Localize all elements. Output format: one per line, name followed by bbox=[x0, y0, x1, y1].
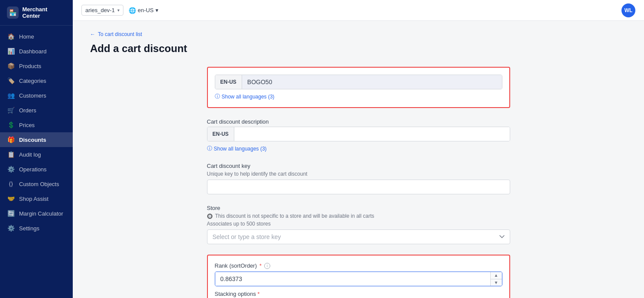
stacking-label: Stacking options * bbox=[215, 291, 502, 297]
settings-icon: ⚙️ bbox=[7, 225, 15, 232]
sidebar-item-home[interactable]: 🏠 Home bbox=[0, 29, 73, 44]
sidebar-item-prices[interactable]: 💲 Prices bbox=[0, 118, 73, 132]
sidebar-item-label-products: Products bbox=[19, 63, 41, 69]
name-input-row: EN-US bbox=[215, 75, 502, 89]
store-section: Store This discount is not specific to a… bbox=[207, 205, 510, 244]
rank-increment-button[interactable]: ▲ bbox=[491, 272, 502, 279]
key-label: Cart discount key bbox=[207, 163, 510, 169]
globe-icon: 🌐 bbox=[129, 7, 136, 14]
description-section: Cart discount description EN-US ⓘ Show a… bbox=[207, 118, 510, 152]
content-area: ← To cart discount list Add a cart disco… bbox=[73, 21, 644, 298]
rank-spinners: ▲ ▼ bbox=[490, 272, 502, 286]
rank-label-row: Rank (sortOrder) * i bbox=[215, 262, 502, 269]
sidebar-item-label-customers: Customers bbox=[19, 92, 46, 99]
sidebar-item-label-operations: Operations bbox=[19, 166, 47, 173]
sidebar-item-label-home: Home bbox=[19, 33, 34, 40]
sidebar-item-orders[interactable]: 🛒 Orders bbox=[0, 103, 73, 118]
sidebar-item-label-shop-assist: Shop Assist bbox=[19, 196, 49, 202]
locale-label: en-US bbox=[138, 7, 154, 13]
rank-label: Rank (sortOrder) bbox=[215, 262, 257, 269]
sidebar-item-margin-calculator[interactable]: 🔄 Margin Calculator bbox=[0, 206, 73, 221]
sidebar-item-dashboard[interactable]: 📊 Dashboard bbox=[0, 44, 73, 59]
rank-info-icon[interactable]: i bbox=[264, 263, 270, 269]
products-icon: 📦 bbox=[7, 62, 15, 69]
discounts-icon: 🎁 bbox=[7, 136, 15, 143]
show-languages-button[interactable]: ⓘ Show all languages (3) bbox=[215, 93, 502, 100]
show-languages-icon: ⓘ bbox=[215, 93, 220, 100]
description-show-languages-button[interactable]: ⓘ Show all languages (3) bbox=[207, 145, 510, 152]
env-label: aries_dev-1 bbox=[85, 7, 115, 13]
sidebar-item-customers[interactable]: 👥 Customers bbox=[0, 88, 73, 103]
name-section: EN-US ⓘ Show all languages (3) bbox=[207, 67, 510, 108]
sidebar-item-settings[interactable]: ⚙️ Settings bbox=[0, 221, 73, 236]
avatar-initials: WL bbox=[625, 7, 633, 13]
sidebar-item-label-categories: Categories bbox=[19, 78, 46, 84]
name-lang-badge: EN-US bbox=[215, 75, 242, 89]
margin-calculator-icon: 🔄 bbox=[7, 210, 15, 217]
sidebar-nav: 🏠 Home 📊 Dashboard 📦 Products 🏷️ Categor… bbox=[0, 26, 73, 298]
dashboard-icon: 📊 bbox=[7, 48, 15, 55]
sidebar-item-label-orders: Orders bbox=[19, 107, 36, 114]
locale-chevron-icon: ▾ bbox=[155, 7, 159, 13]
breadcrumb-label: To cart discount list bbox=[98, 31, 142, 37]
audit-log-icon: 📋 bbox=[7, 151, 15, 158]
sidebar-item-operations[interactable]: ⚙️ Operations bbox=[0, 162, 73, 177]
breadcrumb-arrow-icon: ← bbox=[90, 31, 95, 37]
description-lang-badge: EN-US bbox=[207, 127, 234, 141]
topbar: aries_dev-1 ▾ 🌐 en-US ▾ WL bbox=[73, 0, 644, 21]
sidebar-item-shop-assist[interactable]: 🤝 Shop Assist bbox=[0, 191, 73, 206]
sidebar-item-label-custom-objects: Custom Objects bbox=[19, 181, 59, 187]
rank-required-marker: * bbox=[259, 262, 262, 269]
key-input[interactable] bbox=[207, 180, 510, 194]
rank-input[interactable] bbox=[215, 272, 490, 286]
locale-selector[interactable]: 🌐 en-US ▾ bbox=[129, 7, 159, 14]
categories-icon: 🏷️ bbox=[7, 77, 15, 84]
key-hint: Unique key to help identify the cart dis… bbox=[207, 171, 510, 177]
store-associates-text: Associates up to 500 stores bbox=[207, 221, 510, 227]
description-input-row: EN-US bbox=[207, 127, 510, 141]
store-label: Store bbox=[207, 205, 510, 211]
sidebar-item-label-dashboard: Dashboard bbox=[19, 48, 47, 55]
prices-icon: 💲 bbox=[7, 121, 15, 128]
sidebar: 🏪 Merchant Center 🏠 Home 📊 Dashboard 📦 P… bbox=[0, 0, 73, 298]
sidebar-item-discounts[interactable]: 🎁 Discounts bbox=[0, 132, 73, 147]
sidebar-item-categories[interactable]: 🏷️ Categories bbox=[0, 73, 73, 88]
sidebar-item-label-margin-calculator: Margin Calculator bbox=[19, 210, 63, 217]
sidebar-item-label-discounts: Discounts bbox=[19, 137, 46, 143]
store-select[interactable]: Select or type a store key bbox=[207, 229, 510, 244]
stacking-required-marker: * bbox=[258, 291, 260, 297]
app-name: Merchant Center bbox=[22, 6, 66, 19]
name-input[interactable] bbox=[242, 75, 502, 89]
sidebar-item-audit-log[interactable]: 📋 Audit log bbox=[0, 147, 73, 162]
sidebar-item-label-settings: Settings bbox=[19, 225, 39, 232]
key-section: Cart discount key Unique key to help ide… bbox=[207, 163, 510, 194]
sidebar-item-custom-objects[interactable]: ⟨⟩ Custom Objects bbox=[0, 177, 73, 191]
env-chevron-icon: ▾ bbox=[117, 8, 120, 13]
page-title: Add a cart discount bbox=[90, 43, 627, 55]
customers-icon: 👥 bbox=[7, 92, 15, 99]
show-languages-label: Show all languages (3) bbox=[222, 94, 275, 100]
logo-icon: 🏪 bbox=[7, 7, 19, 19]
user-avatar[interactable]: WL bbox=[621, 3, 635, 17]
sidebar-item-label-audit-log: Audit log bbox=[19, 151, 41, 158]
description-input[interactable] bbox=[234, 127, 510, 141]
store-all-radio[interactable] bbox=[207, 213, 213, 219]
app-logo[interactable]: 🏪 Merchant Center bbox=[0, 0, 73, 26]
form-container: EN-US ⓘ Show all languages (3) Cart disc… bbox=[207, 67, 510, 298]
rank-section: Rank (sortOrder) * i ▲ ▼ Stacking option… bbox=[207, 255, 510, 298]
rank-input-row: ▲ ▼ bbox=[215, 272, 502, 286]
store-radio-row: This discount is not specific to a store… bbox=[207, 213, 510, 219]
operations-icon: ⚙️ bbox=[7, 166, 15, 173]
environment-selector[interactable]: aries_dev-1 ▾ bbox=[81, 5, 123, 16]
description-show-languages-icon: ⓘ bbox=[207, 145, 212, 152]
shop-assist-icon: 🤝 bbox=[7, 195, 15, 202]
breadcrumb[interactable]: ← To cart discount list bbox=[90, 31, 627, 37]
description-label: Cart discount description bbox=[207, 118, 510, 125]
custom-objects-icon: ⟨⟩ bbox=[7, 180, 15, 187]
sidebar-item-products[interactable]: 📦 Products bbox=[0, 59, 73, 73]
rank-decrement-button[interactable]: ▼ bbox=[491, 279, 502, 286]
home-icon: 🏠 bbox=[7, 33, 15, 40]
sidebar-item-label-prices: Prices bbox=[19, 122, 35, 128]
main-area: aries_dev-1 ▾ 🌐 en-US ▾ WL ← To cart dis… bbox=[73, 0, 644, 298]
store-radio-hint-text: This discount is not specific to a store… bbox=[215, 213, 375, 219]
